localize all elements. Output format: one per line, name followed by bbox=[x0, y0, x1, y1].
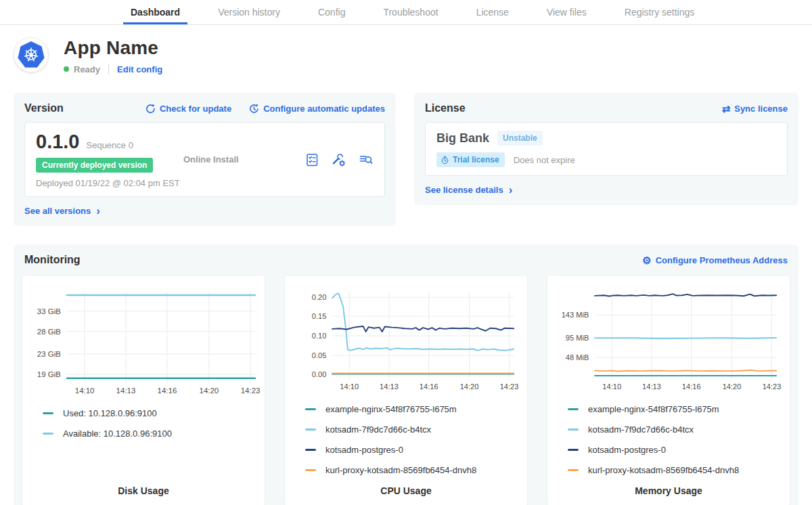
cpu-usage-chart-card: 14:1014:1314:1614:2014:230.000.050.100.1… bbox=[284, 275, 528, 505]
tab-config[interactable]: Config bbox=[311, 0, 353, 24]
refresh-icon bbox=[145, 104, 156, 114]
legend-item: Used: 10.128.0.96:9100 bbox=[43, 408, 258, 418]
tab-dashboard[interactable]: Dashboard bbox=[123, 0, 187, 24]
svg-text:14:16: 14:16 bbox=[420, 382, 438, 391]
cpu-usage-chart: 14:1014:1314:1614:2014:230.000.050.100.1… bbox=[285, 282, 528, 393]
legend-label: kotsadm-postgres-0 bbox=[588, 445, 666, 455]
legend-item: kurl-proxy-kotsadm-8569fb6454-dnvh8 bbox=[568, 465, 783, 475]
svg-text:48 MiB: 48 MiB bbox=[566, 353, 589, 361]
legend-color-dash-icon bbox=[568, 449, 579, 451]
current-version-card: 0.1.0 Sequence 0 Currently deployed vers… bbox=[24, 122, 385, 197]
memory-usage-chart: 14:1014:1314:1614:2014:2348 MiB95 MiB143… bbox=[547, 282, 791, 393]
legend-item: example-nginx-54f8f76755-l675m bbox=[305, 404, 520, 414]
svg-text:0.10: 0.10 bbox=[312, 332, 327, 340]
version-panel-title: Version bbox=[24, 102, 64, 114]
legend-color-dash-icon bbox=[43, 412, 53, 414]
svg-text:0.05: 0.05 bbox=[312, 351, 327, 359]
disk-usage-legend: Used: 10.128.0.96:9100Available: 10.128.… bbox=[22, 397, 265, 449]
tab-troubleshoot[interactable]: Troubleshoot bbox=[376, 0, 445, 24]
view-deploy-logs-button[interactable] bbox=[358, 152, 374, 167]
memory-usage-chart-card: 14:1014:1314:1614:2014:2348 MiB95 MiB143… bbox=[547, 275, 790, 505]
status-dot-icon bbox=[64, 66, 69, 72]
checklist-icon bbox=[304, 152, 319, 167]
svg-text:19 GiB: 19 GiB bbox=[37, 370, 61, 378]
kubernetes-icon bbox=[18, 41, 45, 68]
svg-text:14:20: 14:20 bbox=[723, 382, 742, 391]
status-badge: Ready bbox=[74, 64, 100, 74]
cpu-usage-legend: example-nginx-54f8f76755-l675mkotsadm-7f… bbox=[285, 393, 527, 485]
legend-item: kotsadm-7f9dc7d66c-b4tcx bbox=[568, 424, 783, 435]
stopwatch-icon bbox=[441, 156, 449, 164]
legend-item: kotsadm-postgres-0 bbox=[568, 445, 783, 455]
configure-prometheus-button[interactable]: ⚙ Configure Prometheus Address bbox=[642, 255, 788, 265]
channel-badge: Unstable bbox=[497, 131, 543, 146]
monitoring-panel: Monitoring ⚙ Configure Prometheus Addres… bbox=[14, 244, 798, 505]
legend-item: kotsadm-7f9dc7d66c-b4tcx bbox=[305, 424, 520, 435]
legend-item: example-nginx-54f8f76755-l675m bbox=[568, 404, 783, 414]
cards-row: Version Check for update Configure au bbox=[0, 93, 812, 226]
clock-refresh-icon bbox=[249, 104, 259, 114]
svg-text:28 GiB: 28 GiB bbox=[37, 328, 61, 336]
preflight-checks-button[interactable] bbox=[304, 152, 319, 167]
memory-usage-legend: example-nginx-54f8f76755-l675mkotsadm-7f… bbox=[547, 393, 790, 485]
chart-title: CPU Usage bbox=[285, 485, 527, 496]
chart-title: Memory Usage bbox=[547, 485, 790, 496]
edit-config-link[interactable]: Edit config bbox=[117, 64, 162, 74]
app-logo bbox=[14, 37, 49, 72]
version-number: 0.1.0 bbox=[36, 131, 80, 153]
legend-color-dash-icon bbox=[305, 429, 316, 431]
logs-search-icon bbox=[358, 152, 374, 167]
legend-label: example-nginx-54f8f76755-l675m bbox=[588, 404, 719, 414]
svg-text:14:23: 14:23 bbox=[763, 382, 782, 391]
chevron-right-icon: › bbox=[96, 208, 100, 215]
check-for-update-button[interactable]: Check for update bbox=[145, 104, 231, 114]
customer-name: Big Bank bbox=[436, 131, 489, 146]
wrench-gear-icon bbox=[331, 152, 346, 167]
configure-automatic-updates-button[interactable]: Configure automatic updates bbox=[249, 104, 385, 114]
legend-item: kurl-proxy-kotsadm-8569fb6454-dnvh8 bbox=[305, 465, 520, 475]
deployed-badge: Currently deployed version bbox=[36, 158, 153, 173]
disk-usage-chart: 14:1014:1314:1614:2014:2319 GiB23 GiB28 … bbox=[22, 282, 266, 397]
chart-title: Disk Usage bbox=[22, 485, 265, 496]
svg-text:14:13: 14:13 bbox=[116, 387, 136, 395]
legend-label: Available: 10.128.0.96:9100 bbox=[63, 429, 172, 439]
svg-text:14:10: 14:10 bbox=[602, 382, 621, 391]
svg-text:95 MiB: 95 MiB bbox=[566, 334, 589, 342]
legend-label: example-nginx-54f8f76755-l675m bbox=[325, 404, 457, 414]
tab-version-history[interactable]: Version history bbox=[210, 0, 288, 24]
svg-text:14:20: 14:20 bbox=[460, 382, 479, 391]
legend-color-dash-icon bbox=[305, 469, 316, 471]
legend-item: Available: 10.128.0.96:9100 bbox=[43, 429, 258, 439]
gear-icon: ⚙ bbox=[642, 256, 651, 265]
sync-license-button[interactable]: ⇄ Sync license bbox=[722, 104, 788, 114]
license-panel: License ⇄ Sync license Big Bank Unstable bbox=[414, 93, 798, 205]
legend-label: Used: 10.128.0.96:9100 bbox=[63, 408, 157, 418]
svg-text:23 GiB: 23 GiB bbox=[37, 350, 61, 358]
app-header: App Name Ready Edit config bbox=[0, 25, 812, 74]
tab-license[interactable]: License bbox=[469, 0, 516, 24]
see-license-details-link[interactable]: See license details › bbox=[425, 185, 512, 195]
tab-view-files[interactable]: View files bbox=[539, 0, 594, 24]
sync-arrows-icon: ⇄ bbox=[722, 104, 731, 113]
svg-text:14:16: 14:16 bbox=[158, 387, 177, 395]
svg-text:33 GiB: 33 GiB bbox=[37, 307, 61, 315]
svg-text:14:23: 14:23 bbox=[241, 387, 261, 395]
legend-color-dash-icon bbox=[568, 469, 579, 471]
svg-text:14:23: 14:23 bbox=[500, 382, 519, 391]
version-panel: Version Check for update Configure au bbox=[14, 93, 396, 226]
see-all-versions-link[interactable]: See all versions › bbox=[24, 206, 100, 216]
legend-label: kurl-proxy-kotsadm-8569fb6454-dnvh8 bbox=[588, 465, 739, 475]
legend-color-dash-icon bbox=[305, 449, 316, 451]
legend-color-dash-icon bbox=[305, 408, 316, 410]
license-panel-title: License bbox=[425, 102, 466, 114]
svg-text:0.00: 0.00 bbox=[312, 370, 327, 378]
deployed-timestamp: Deployed 01/19/22 @ 02:04 pm EST bbox=[36, 178, 183, 188]
top-nav: Dashboard Version history Config Trouble… bbox=[0, 0, 812, 25]
tab-registry-settings[interactable]: Registry settings bbox=[617, 0, 702, 24]
legend-label: kurl-proxy-kotsadm-8569fb6454-dnvh8 bbox=[325, 465, 476, 475]
config-button[interactable] bbox=[331, 152, 346, 167]
legend-color-dash-icon bbox=[568, 408, 579, 410]
svg-text:143 MiB: 143 MiB bbox=[562, 311, 589, 319]
svg-text:14:13: 14:13 bbox=[642, 382, 661, 391]
license-expiry: Does not expire bbox=[514, 155, 575, 165]
